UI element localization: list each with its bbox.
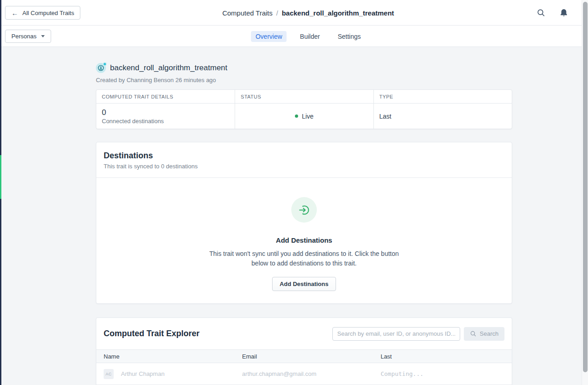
last-value-cell: Computing... <box>373 370 512 377</box>
notifications-bell-icon[interactable] <box>559 8 569 18</box>
back-button-label: All Computed Traits <box>22 10 74 16</box>
status-column-header: STATUS <box>235 90 373 104</box>
collapsed-sidebar-rail[interactable] <box>0 0 1 385</box>
explorer-title: Computed Trait Explorer <box>104 329 332 338</box>
scrollbar-thumb[interactable] <box>583 2 588 372</box>
column-header-name: Name <box>96 353 235 360</box>
destinations-subtitle: This trait is synced to 0 destinations <box>104 163 504 170</box>
details-column-header: COMPUTED TRAIT DETAILS <box>96 90 235 104</box>
connected-destinations-label: Connected destinations <box>102 118 229 125</box>
details-table-header-row: COMPUTED TRAIT DETAILS STATUS TYPE <box>96 90 512 104</box>
breadcrumb-separator: / <box>276 9 278 17</box>
user-name-cell: AC Arthur Chapman <box>96 369 235 379</box>
status-live-dot <box>295 114 298 118</box>
breadcrumb-current: backend_roll_algorithm_treatment <box>282 9 394 17</box>
personas-workspace-dropdown[interactable]: Personas <box>5 30 51 43</box>
breadcrumb-parent[interactable]: Computed Traits <box>222 9 273 17</box>
search-icon <box>470 330 477 337</box>
destinations-card: Destinations This trait is synced to 0 d… <box>96 142 512 304</box>
back-to-all-computed-traits-button[interactable]: ← All Computed Traits <box>5 6 80 20</box>
connected-destinations-cell: 0 Connected destinations <box>96 104 235 129</box>
top-bar: ← All Computed Traits Computed Traits / … <box>1 0 582 26</box>
destinations-empty-state: Add Destinations This trait won't sync u… <box>96 178 512 303</box>
topbar-icon-group <box>536 0 569 26</box>
explorer-search-input[interactable] <box>332 327 460 341</box>
arrow-into-circle-icon <box>291 197 317 223</box>
type-column-header: TYPE <box>373 90 512 104</box>
column-header-last: Last <box>373 353 512 360</box>
type-cell: Last <box>373 104 512 129</box>
column-header-email: Email <box>235 353 373 360</box>
status-cell: Live <box>235 104 373 129</box>
vertical-scrollbar[interactable] <box>582 0 588 385</box>
main-content: backend_roll_algorithm_treatment Created… <box>1 47 582 385</box>
trait-icon-badge-dot <box>104 63 106 65</box>
explorer-table-header: Name Email Last <box>96 349 512 363</box>
type-value: Last <box>379 113 506 120</box>
sidebar-active-indicator <box>0 155 1 199</box>
tab-builder[interactable]: Builder <box>295 31 325 42</box>
explorer-search-button[interactable]: Search <box>464 327 504 341</box>
tab-bar: Overview Builder Settings <box>251 26 366 47</box>
secondary-bar: Personas Overview Builder Settings <box>1 26 582 47</box>
destinations-card-header: Destinations This trait is synced to 0 d… <box>96 142 512 177</box>
breadcrumb: Computed Traits / backend_roll_algorithm… <box>222 0 394 26</box>
table-row[interactable]: AC Arthur Chapman arthur.chapman@gmail.c… <box>96 363 512 385</box>
destinations-title: Destinations <box>104 151 504 161</box>
back-arrow-icon: ← <box>11 10 18 16</box>
status-value: Live <box>302 113 314 120</box>
computed-trait-icon <box>96 63 106 73</box>
user-email-cell: arthur.chapman@gmail.com <box>235 370 373 377</box>
add-destinations-button[interactable]: Add Destinations <box>272 277 336 291</box>
search-button-label: Search <box>480 330 499 337</box>
trait-details-table: COMPUTED TRAIT DETAILS STATUS TYPE 0 Con… <box>96 89 512 129</box>
computed-trait-explorer-card: Computed Trait Explorer Search Name Emai… <box>96 317 512 385</box>
details-table-body-row: 0 Connected destinations Live Last <box>96 104 512 129</box>
empty-state-title: Add Destinations <box>96 236 512 244</box>
connected-destinations-count: 0 <box>102 108 229 117</box>
tab-overview[interactable]: Overview <box>251 31 287 42</box>
workspace-label: Personas <box>11 33 37 40</box>
created-by-text: Created by Channing Benson 26 minutes ag… <box>96 77 512 83</box>
search-icon[interactable] <box>536 8 546 18</box>
user-name: Arthur Chapman <box>121 370 164 377</box>
explorer-header: Computed Trait Explorer Search <box>96 318 512 349</box>
trait-header: backend_roll_algorithm_treatment <box>96 63 512 73</box>
chevron-down-icon <box>41 35 45 37</box>
avatar: AC <box>104 369 114 379</box>
tab-settings[interactable]: Settings <box>333 31 366 42</box>
page-title: backend_roll_algorithm_treatment <box>110 63 227 73</box>
empty-state-description: This trait won't sync until you add dest… <box>201 249 407 268</box>
